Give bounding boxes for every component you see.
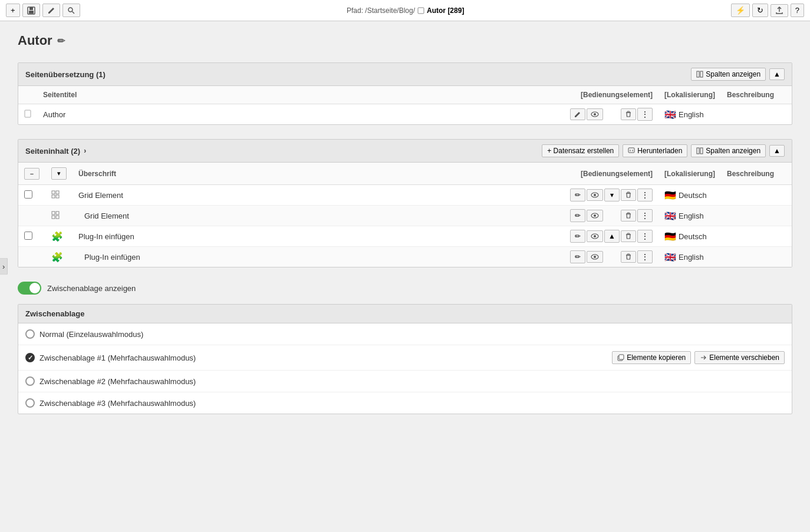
svg-point-10 <box>594 113 596 115</box>
title-edit-icon[interactable]: ✏ <box>57 35 65 47</box>
svg-rect-26 <box>52 212 55 214</box>
edit-row-button[interactable] <box>570 108 585 120</box>
spacer-1 <box>604 113 620 116</box>
svg-rect-16 <box>697 148 699 154</box>
table-row: Grid Element ✏ ⋮ <box>18 206 792 226</box>
svg-rect-25 <box>627 192 630 193</box>
svg-rect-12 <box>627 111 630 113</box>
grid-element-1-label: Grid Element <box>73 185 329 206</box>
col-bedienungselement-2: [Bedienungselement] <box>329 163 658 185</box>
zwischenablage-toggle-section: Zwischenablage anzeigen <box>18 282 792 295</box>
svg-rect-41 <box>627 254 630 255</box>
svg-point-31 <box>594 214 596 217</box>
svg-point-3 <box>68 8 73 12</box>
collapse-button-2[interactable]: ▲ <box>769 145 785 157</box>
delete-row-button[interactable] <box>621 108 636 120</box>
help-button[interactable]: ? <box>791 4 804 17</box>
lang-cell-1: 🇬🇧 English <box>664 109 715 120</box>
datensatz-erstellen-button[interactable]: + Datensatz erstellen <box>542 144 619 157</box>
plugin-icon-1: 🧩 <box>51 232 63 242</box>
spalten-anzeigen-button-1[interactable]: Spalten anzeigen <box>691 68 766 81</box>
seitenuebersetzung-title: Seitenübersetzung (1) <box>25 70 106 79</box>
svg-rect-1 <box>29 7 33 10</box>
herunterladen-button[interactable]: Herunterladen <box>623 144 687 157</box>
zwischenablage-item-1: Zwischenablage #1 (Mehrfachauswahlmodus)… <box>18 345 792 371</box>
collapse-button-1[interactable]: ▲ <box>769 68 785 80</box>
svg-point-35 <box>594 235 596 237</box>
radio-normal[interactable] <box>25 329 35 339</box>
view-row-button[interactable] <box>587 108 603 120</box>
more-row-button[interactable]: ⋮ <box>637 108 653 121</box>
lightning-button[interactable]: ⚡ <box>731 4 750 17</box>
edit-button[interactable] <box>42 4 60 17</box>
top-bar: + Pfad: /Startseite/Blog/ Autor [289] ⚡ … <box>0 0 810 21</box>
svg-rect-28 <box>52 216 55 219</box>
svg-rect-5 <box>418 8 424 14</box>
svg-rect-2 <box>29 11 34 14</box>
refresh-button[interactable]: ↻ <box>752 4 768 17</box>
page-title: Autor <box>18 33 52 48</box>
delete-plugin1-button[interactable] <box>621 230 636 242</box>
elemente-kopieren-button[interactable]: Elemente kopieren <box>612 351 691 364</box>
collapse-all-button[interactable]: − <box>24 168 39 180</box>
delete-grid1-button[interactable] <box>621 189 636 201</box>
seiteninhalt-header: Seiteninhalt (2) › + Datensatz erstellen… <box>18 140 792 163</box>
spalten-anzeigen-button-2[interactable]: Spalten anzeigen <box>691 144 766 157</box>
view-grid1-button[interactable] <box>587 189 603 201</box>
radio-zw1[interactable] <box>25 353 35 362</box>
svg-rect-20 <box>52 195 55 198</box>
edit-grid1-button[interactable]: ✏ <box>570 189 585 201</box>
svg-rect-6 <box>697 71 699 77</box>
svg-rect-8 <box>25 110 31 117</box>
zwischenablage-item-3: Zwischenablage #3 (Mehrfachauswahlmodus) <box>18 392 792 414</box>
svg-rect-19 <box>56 191 59 194</box>
radio-zw3[interactable] <box>25 398 35 408</box>
sort-button[interactable]: ▾ <box>51 167 67 180</box>
add-button[interactable]: + <box>6 4 20 17</box>
svg-rect-29 <box>56 216 59 219</box>
edit-plugin2-button[interactable]: ✏ <box>570 250 585 263</box>
expand-grid1-button[interactable]: ▾ <box>604 189 620 201</box>
author-title: Author <box>37 104 240 125</box>
zwischenablage-header: Zwischenablage <box>18 305 792 323</box>
row-checkbox-2[interactable] <box>24 232 32 240</box>
more-plugin2-button[interactable]: ⋮ <box>637 250 653 263</box>
flag-icon-1: 🇬🇧 <box>664 109 676 120</box>
more-plugin1-button[interactable]: ⋮ <box>637 230 653 243</box>
save-button[interactable] <box>22 4 40 17</box>
delete-plugin2-button[interactable] <box>621 251 636 263</box>
svg-line-4 <box>72 11 74 14</box>
edit-plugin1-button[interactable]: ✏ <box>570 230 585 243</box>
col-beschreibung-1: Beschreibung <box>721 86 792 104</box>
breadcrumb-page: Autor [289] <box>427 6 464 15</box>
view-grid2-button[interactable] <box>587 210 603 222</box>
plugin-icon-2: 🧩 <box>51 252 63 262</box>
seitenuebersetzung-header: Seitenübersetzung (1) Spalten anzeigen ▲ <box>18 63 792 86</box>
col-lokalisierung-2: [Lokalisierung] <box>658 163 721 185</box>
svg-rect-21 <box>56 195 59 198</box>
edit-grid2-button[interactable]: ✏ <box>570 209 585 222</box>
seiteninhalt-expand-icon[interactable]: › <box>84 147 86 155</box>
more-grid1-button[interactable]: ⋮ <box>637 189 653 201</box>
zwischenablage-section: Zwischenablage Normal (Einzelauswahlmodu… <box>18 304 792 414</box>
view-plugin1-button[interactable] <box>587 230 603 242</box>
side-panel-toggle[interactable]: › <box>0 257 8 275</box>
delete-grid2-button[interactable] <box>621 210 636 222</box>
table-row: 🧩 Plug-In einfügen ✏ <box>18 247 792 267</box>
share-button[interactable] <box>771 4 788 17</box>
collapse-plugin1-button[interactable]: ▲ <box>604 230 620 243</box>
row-checkbox-1[interactable] <box>24 190 32 199</box>
main-content: Autor ✏ Seitenübersetzung (1) Spalten an… <box>0 21 810 426</box>
zwischenablage-item-normal: Normal (Einzelauswahlmodus) <box>18 323 792 345</box>
zwischenablage-toggle[interactable] <box>18 282 41 295</box>
lang-cell-2: 🇩🇪 Deutsch <box>664 190 715 201</box>
search-button[interactable] <box>62 4 80 17</box>
more-grid2-button[interactable]: ⋮ <box>637 209 653 222</box>
elemente-verschieben-button[interactable]: Elemente verschieben <box>694 351 785 364</box>
svg-point-39 <box>594 256 596 258</box>
view-plugin2-button[interactable] <box>587 251 603 263</box>
svg-point-23 <box>594 194 596 196</box>
seiteninhalt-table: − ▾ Überschrift [Bedienungselement] [Lok… <box>18 163 792 267</box>
svg-rect-27 <box>56 212 59 214</box>
radio-zw2[interactable] <box>25 376 35 386</box>
